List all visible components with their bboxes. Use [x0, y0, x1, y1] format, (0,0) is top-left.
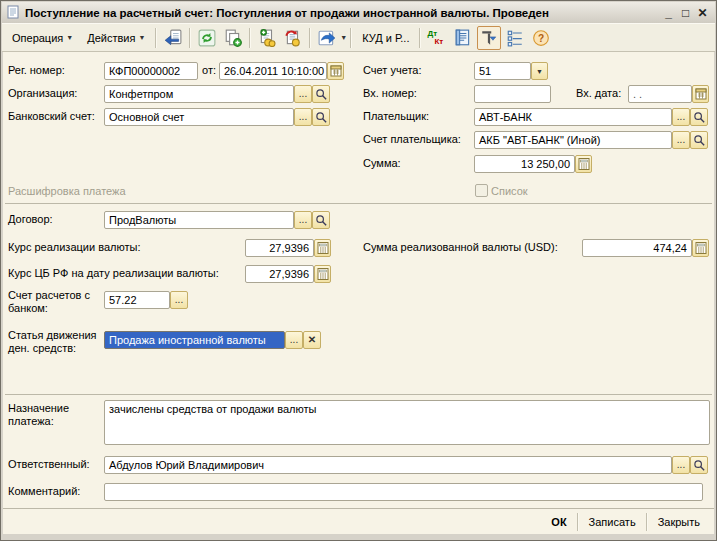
cb-rate-field[interactable]: 27,9396	[245, 265, 314, 283]
bank-settlement-field[interactable]: 57.22	[104, 291, 170, 309]
account-field[interactable]: 51	[474, 62, 531, 80]
toolbar-separator	[189, 28, 191, 48]
toolbar-separator	[419, 28, 421, 48]
sold-amount-field[interactable]: 474,24	[582, 239, 692, 257]
write-document-icon[interactable]	[161, 26, 185, 50]
kud-button[interactable]: КУД и Р...	[355, 28, 416, 48]
close-icon[interactable]: ✕	[694, 6, 711, 20]
window-title: Поступление на расчетный счет: Поступлен…	[25, 7, 660, 19]
document-icon	[6, 5, 20, 21]
contract-search-icon[interactable]	[312, 211, 330, 229]
calendar-icon[interactable]	[692, 85, 709, 103]
payer-account-ellipsis-button[interactable]: ...	[672, 131, 690, 149]
title-bar: Поступление на расчетный счет: Поступлен…	[2, 2, 715, 23]
incoming-date-label: Вх. дата:	[576, 87, 621, 99]
organization-ellipsis-button[interactable]: ...	[294, 85, 312, 103]
post-document-icon[interactable]	[255, 26, 279, 50]
save-button[interactable]: Записать	[579, 513, 646, 531]
contract-label: Договор:	[8, 213, 53, 225]
payer-account-search-icon[interactable]	[690, 131, 708, 149]
calculator-icon[interactable]	[314, 239, 331, 257]
maximize-icon[interactable]: □	[677, 6, 694, 20]
toolbar-separator	[249, 28, 251, 48]
help-glyph: ?	[538, 32, 544, 43]
payer-account-field[interactable]: АКБ "АВТ-БАНК" (Иной)	[474, 131, 672, 149]
footer-buttons: ОК Записать Закрыть	[541, 511, 710, 533]
account-dropdown-icon[interactable]: ▼	[531, 62, 548, 80]
payment-purpose-field[interactable]: зачислены средства от продажи валюты	[104, 400, 710, 445]
bank-settlement-ellipsis-button[interactable]: ...	[170, 291, 188, 309]
cash-flow-clear-icon[interactable]: ✕	[303, 331, 321, 349]
contract-ellipsis-button[interactable]: ...	[294, 211, 312, 229]
contract-field[interactable]: ПродВалюты	[104, 211, 294, 229]
bank-account-label: Банковский счет:	[8, 110, 95, 122]
comment-field[interactable]	[104, 483, 703, 501]
bank-settlement-label: Счет расчетов с банком:	[8, 289, 104, 315]
list-checkbox[interactable]	[475, 184, 488, 197]
doc-date-field[interactable]: 26.04.2011 10:10:00	[219, 62, 327, 80]
ok-button[interactable]: ОК	[541, 513, 576, 531]
organization-label: Организация:	[8, 87, 77, 99]
list-checkbox-label: Список	[491, 185, 528, 197]
app-window: { "window": { "title": "Поступление на р…	[0, 0, 717, 541]
sale-rate-label: Курс реализации валюты:	[8, 241, 140, 253]
payment-purpose-label: Назначение платежа:	[8, 402, 104, 428]
bank-account-ellipsis-button[interactable]: ...	[294, 108, 312, 126]
toolbar-separator	[155, 28, 157, 48]
copy-document-icon[interactable]	[221, 26, 245, 50]
calendar-icon[interactable]	[327, 62, 344, 80]
calculator-icon[interactable]	[692, 239, 709, 257]
operation-menu-label: Операция	[12, 32, 63, 44]
reg-number-label: Рег. номер:	[8, 64, 65, 76]
sale-rate-field[interactable]: 27,9396	[245, 239, 314, 257]
chevron-down-icon: ▼	[138, 34, 145, 41]
footer-divider	[3, 508, 714, 509]
form-area: Рег. номер: КФП00000002 от: 26.04.2011 1…	[3, 52, 714, 534]
reg-number-field[interactable]: КФП00000002	[104, 62, 198, 80]
incoming-date-field[interactable]: . .	[628, 85, 692, 103]
minimize-icon[interactable]: _	[660, 6, 677, 20]
responsible-label: Ответственный:	[8, 458, 90, 470]
filter-icon[interactable]	[477, 26, 501, 50]
cash-flow-ellipsis-button[interactable]: ...	[285, 331, 303, 349]
report-icon[interactable]	[451, 26, 475, 50]
bank-account-search-icon[interactable]	[312, 108, 330, 126]
responsible-ellipsis-button[interactable]: ...	[672, 456, 690, 474]
calculator-icon[interactable]	[314, 265, 331, 283]
toolbar-separator	[350, 28, 352, 48]
section-divider	[5, 203, 712, 204]
cash-flow-label: Статья движения ден. средств:	[8, 329, 104, 355]
chevron-down-icon[interactable]: ▼	[340, 34, 347, 41]
kud-button-label: КУД и Р...	[362, 32, 409, 44]
operation-menu-button[interactable]: Операция ▼	[5, 28, 80, 48]
close-button[interactable]: Закрыть	[648, 513, 710, 531]
go-to-icon[interactable]	[315, 26, 339, 50]
toolbar: Операция ▼ Действия ▼ ▼ КУД и Р... ДтКт	[2, 23, 715, 52]
calculator-icon[interactable]	[575, 155, 592, 173]
payer-field[interactable]: АВТ-БАНК	[474, 108, 672, 126]
dt-kt-icon[interactable]: ДтКт	[425, 26, 449, 50]
organization-field[interactable]: Конфетпром	[104, 85, 294, 103]
payer-label: Плательщик:	[363, 110, 429, 122]
payer-ellipsis-button[interactable]: ...	[672, 108, 690, 126]
doc-date-label: от:	[202, 64, 216, 76]
structure-icon[interactable]	[503, 26, 527, 50]
actions-menu-label: Действия	[87, 32, 135, 44]
cb-rate-label: Курс ЦБ РФ на дату реализации валюты:	[8, 267, 219, 279]
cash-flow-field[interactable]: Продажа иностранной валюты	[104, 331, 285, 349]
incoming-number-field[interactable]	[474, 85, 551, 103]
organization-search-icon[interactable]	[312, 85, 330, 103]
amount-field[interactable]: 13 250,00	[474, 155, 575, 173]
responsible-search-icon[interactable]	[690, 456, 708, 474]
amount-label: Сумма:	[363, 157, 401, 169]
actions-menu-button[interactable]: Действия ▼	[80, 28, 152, 48]
responsible-field[interactable]: Абдулов Юрий Владимирович	[104, 456, 672, 474]
bank-account-field[interactable]: Основной счет	[104, 108, 294, 126]
toolbar-separator	[309, 28, 311, 48]
refresh-icon[interactable]	[195, 26, 219, 50]
unpost-document-icon[interactable]	[281, 26, 305, 50]
incoming-number-label: Вх. номер:	[363, 87, 417, 99]
sold-amount-label: Сумма реализованной валюты (USD):	[363, 241, 558, 253]
payer-search-icon[interactable]	[690, 108, 708, 126]
help-icon[interactable]: ?	[529, 26, 553, 50]
